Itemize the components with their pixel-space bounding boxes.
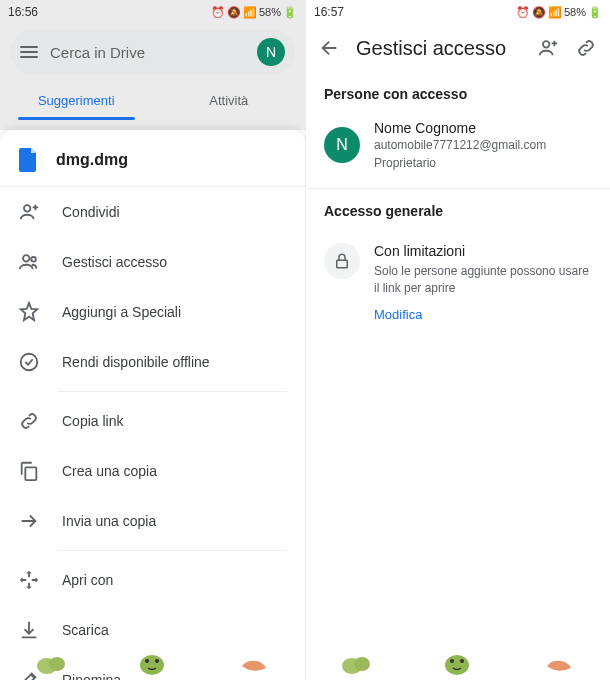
menu-label: Crea una copia — [62, 463, 157, 479]
copy-icon — [18, 460, 40, 482]
menu-label: Copia link — [62, 413, 123, 429]
svg-point-0 — [24, 205, 30, 211]
divider — [58, 550, 287, 551]
menu-manage-access[interactable]: Gestisci accesso — [0, 237, 305, 287]
person-add-icon — [18, 201, 40, 223]
status-indicators: ⏰🔕📶58%🔋 — [211, 6, 297, 19]
people-icon — [18, 251, 40, 273]
account-avatar[interactable]: N — [257, 38, 285, 66]
sheet-header: dmg.dmg — [0, 130, 305, 187]
menu-label: Rinomina — [62, 672, 121, 680]
menu-offline[interactable]: Rendi disponibile offline — [0, 337, 305, 387]
section-general-title: Accesso generale — [306, 189, 610, 229]
access-description: Solo le persone aggiunte possono usare i… — [374, 263, 592, 297]
star-icon — [18, 301, 40, 323]
svg-point-1 — [23, 255, 29, 261]
link-button[interactable] — [574, 37, 598, 59]
menu-label: Scarica — [62, 622, 109, 638]
menu-share[interactable]: Condividi — [0, 187, 305, 237]
svg-point-6 — [543, 41, 549, 47]
tab-activity[interactable]: Attività — [153, 80, 306, 120]
menu-icon[interactable] — [20, 46, 38, 58]
person-role: Proprietario — [374, 156, 546, 170]
person-avatar: N — [324, 127, 360, 163]
add-person-button[interactable] — [536, 37, 560, 59]
appbar: Gestisci accesso — [306, 24, 610, 72]
menu-copy-link[interactable]: Copia link — [0, 396, 305, 446]
lock-icon — [324, 243, 360, 279]
divider — [58, 391, 287, 392]
search-bar[interactable]: Cerca in Drive N — [10, 30, 295, 74]
menu-label: Apri con — [62, 572, 113, 588]
person-email: automobile7771212@gmail.com — [374, 138, 546, 152]
section-people-title: Persone con accesso — [306, 72, 610, 112]
person-row[interactable]: N Nome Cognome automobile7771212@gmail.c… — [306, 112, 610, 189]
context-menu-sheet: dmg.dmg Condividi Gestisci accesso Aggiu… — [0, 130, 305, 680]
link-icon — [18, 410, 40, 432]
svg-rect-4 — [25, 467, 36, 480]
general-access-row[interactable]: Con limitazioni Solo le persone aggiunte… — [306, 229, 610, 336]
back-button[interactable] — [318, 37, 342, 59]
rename-icon — [18, 669, 40, 680]
svg-point-3 — [21, 354, 38, 371]
menu-rename[interactable]: Rinomina — [0, 655, 305, 680]
tabs: Suggerimenti Attività — [0, 80, 305, 120]
person-name: Nome Cognome — [374, 120, 546, 136]
menu-add-starred[interactable]: Aggiungi a Speciali — [0, 287, 305, 337]
offline-icon — [18, 351, 40, 373]
open-with-icon — [18, 569, 40, 591]
statusbar-right: 16:57 ⏰🔕📶58%🔋 — [306, 0, 610, 24]
menu-make-copy[interactable]: Crea una copia — [0, 446, 305, 496]
search-placeholder: Cerca in Drive — [50, 44, 245, 61]
menu-label: Gestisci accesso — [62, 254, 167, 270]
file-name: dmg.dmg — [56, 151, 128, 169]
menu-label: Condividi — [62, 204, 120, 220]
menu-label: Invia una copia — [62, 513, 156, 529]
file-icon — [18, 148, 38, 172]
tab-suggestions[interactable]: Suggerimenti — [0, 80, 153, 120]
svg-rect-7 — [337, 260, 348, 268]
status-time: 16:57 — [314, 5, 344, 19]
status-time: 16:56 — [8, 5, 38, 19]
page-title: Gestisci accesso — [356, 37, 522, 60]
menu-label: Rendi disponibile offline — [62, 354, 210, 370]
menu-open-with[interactable]: Apri con — [0, 555, 305, 605]
svg-point-2 — [31, 257, 36, 262]
send-icon — [18, 510, 40, 532]
menu-send-copy[interactable]: Invia una copia — [0, 496, 305, 546]
access-edit-link[interactable]: Modifica — [374, 307, 592, 322]
statusbar-left: 16:56 ⏰🔕📶58%🔋 — [0, 0, 305, 24]
access-title: Con limitazioni — [374, 243, 592, 259]
status-indicators: ⏰🔕📶58%🔋 — [516, 6, 602, 19]
download-icon — [18, 619, 40, 641]
menu-label: Aggiungi a Speciali — [62, 304, 181, 320]
menu-download[interactable]: Scarica — [0, 605, 305, 655]
